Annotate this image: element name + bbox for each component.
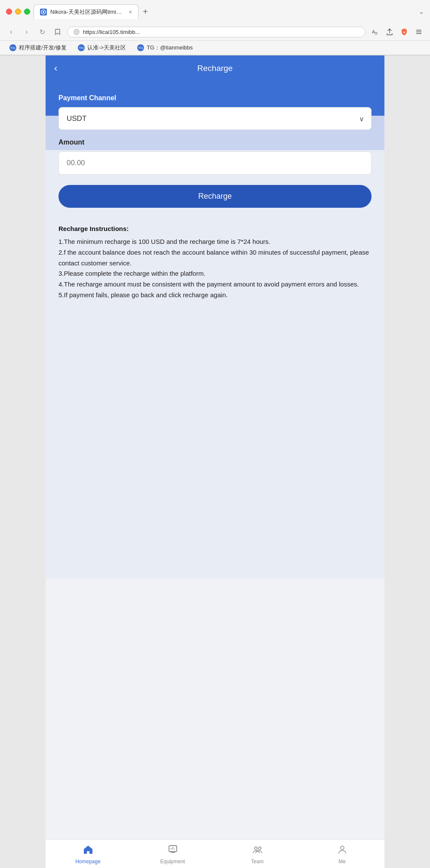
bookmark-label-2: 认准->天美社区: [87, 44, 126, 52]
new-tab-button[interactable]: +: [143, 7, 148, 17]
content-area: Payment Channel USDT ∨ Amount Recharge R…: [46, 81, 384, 579]
maximize-window-button[interactable]: [24, 9, 30, 15]
tab-overflow-button[interactable]: ⌄: [419, 8, 424, 15]
browser-titlebar: Nikora-天美社区源码网timibb... × + ⌄: [0, 0, 430, 23]
equipment-icon: [167, 844, 178, 857]
svg-point-15: [258, 847, 261, 850]
toolbar-icons: A 文: [369, 26, 425, 38]
instructions-text: 1.The minimum recharge is 100 USD and th…: [58, 237, 372, 301]
page-title: Recharge: [197, 64, 233, 73]
close-window-button[interactable]: [6, 9, 12, 15]
tab-favicon-icon: [40, 9, 47, 15]
instructions-section: Recharge Instructions: 1.The minimum rec…: [58, 221, 372, 305]
nav-label-equipment: Equipment: [160, 859, 185, 865]
nav-item-me[interactable]: Me: [300, 844, 384, 865]
translate-icon[interactable]: A 文: [369, 26, 381, 38]
tab-title: Nikora-天美社区源码网timibb...: [50, 8, 123, 16]
nav-item-equipment[interactable]: Equipment: [130, 844, 215, 865]
svg-point-1: [43, 11, 44, 13]
minimize-window-button[interactable]: [15, 9, 21, 15]
address-bar[interactable]: https://licai105.timibb...: [67, 27, 366, 37]
instruction-2: 2.f the account balance does not reach t…: [58, 249, 369, 267]
recharge-button[interactable]: Recharge: [58, 185, 372, 208]
payment-channel-select-wrapper[interactable]: USDT ∨: [58, 107, 372, 130]
nav-item-homepage[interactable]: Homepage: [46, 844, 130, 865]
url-text: https://licai105.timibb...: [83, 29, 140, 35]
nav-label-me: Me: [338, 859, 346, 865]
bookmark-label-1: 程序搭建/开发/修复: [19, 44, 67, 52]
me-icon: [337, 844, 348, 857]
bookmark-button[interactable]: [52, 26, 64, 38]
amount-label: Amount: [58, 139, 372, 146]
nav-label-team: Team: [251, 859, 264, 865]
brave-icon[interactable]: [398, 26, 410, 38]
payment-channel-label: Payment Channel: [58, 94, 372, 102]
bookmark-item-2[interactable]: Tm 认准->天美社区: [74, 43, 130, 53]
menu-icon[interactable]: [413, 26, 425, 38]
team-icon: [252, 844, 263, 857]
tab-close-button[interactable]: ×: [129, 9, 132, 15]
refresh-button[interactable]: ↻: [36, 26, 48, 38]
svg-text:文: 文: [375, 31, 378, 35]
bookmark-label-3: TG：@tianmeibbs: [147, 44, 193, 52]
back-button[interactable]: ‹: [54, 63, 57, 74]
nav-item-team[interactable]: Team: [215, 844, 300, 865]
share-icon[interactable]: [384, 26, 396, 38]
bookmark-favicon-2: Tm: [78, 44, 85, 51]
bookmarks-bar: Tm 程序搭建/开发/修复 Tm 认准->天美社区 Tm TG：@tianmei…: [0, 41, 430, 55]
app-header: ‹ Recharge: [46, 55, 384, 81]
homepage-icon: [83, 844, 94, 857]
bottom-nav: Homepage Equipment: [46, 839, 384, 868]
instruction-3: 3.Please complete the recharge within th…: [58, 270, 206, 277]
svg-point-14: [255, 847, 257, 850]
instruction-5: 5.If payment fails, please go back and c…: [58, 291, 228, 299]
bookmark-item-3[interactable]: Tm TG：@tianmeibbs: [133, 43, 197, 53]
browser-chrome: Nikora-天美社区源码网timibb... × + ⌄ ‹ › ↻ http…: [0, 0, 430, 55]
instructions-title: Recharge Instructions:: [58, 225, 372, 232]
browser-toolbar: ‹ › ↻ https://licai105.timibb... A 文: [0, 23, 430, 41]
svg-point-16: [341, 846, 344, 850]
traffic-lights: [6, 9, 30, 15]
nav-label-homepage: Homepage: [75, 859, 101, 865]
instruction-4: 4.The recharge amount must be consistent…: [58, 280, 359, 288]
forward-button[interactable]: ›: [21, 26, 33, 38]
amount-input[interactable]: [59, 152, 371, 174]
bookmark-favicon-1: Tm: [9, 44, 16, 51]
content-spacer: [46, 579, 384, 839]
app-container: ‹ Recharge Payment Channel USDT ∨ Amount…: [46, 55, 384, 868]
back-button[interactable]: ‹: [5, 26, 17, 38]
instruction-1: 1.The minimum recharge is 100 USD and th…: [58, 238, 270, 245]
tab-bar: Nikora-天美社区源码网timibb... × + ⌄: [34, 4, 424, 19]
bookmark-favicon-3: Tm: [137, 44, 144, 51]
payment-channel-select[interactable]: USDT: [59, 108, 371, 129]
bookmark-item-1[interactable]: Tm 程序搭建/开发/修复: [5, 43, 71, 53]
active-tab[interactable]: Nikora-天美社区源码网timibb... ×: [34, 4, 138, 19]
amount-input-wrapper[interactable]: [58, 151, 372, 175]
